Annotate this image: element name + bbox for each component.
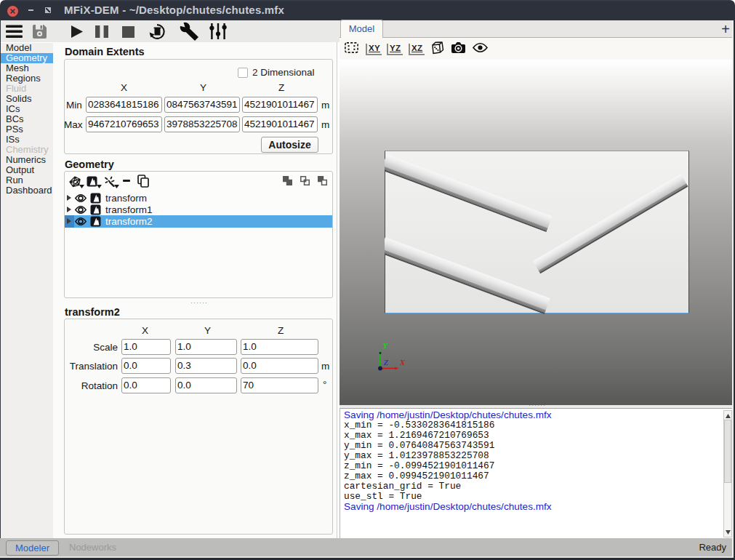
svg-text:X: X [399, 358, 406, 367]
svg-text:Z: Z [383, 358, 389, 367]
svg-text:Y: Y [383, 341, 389, 350]
